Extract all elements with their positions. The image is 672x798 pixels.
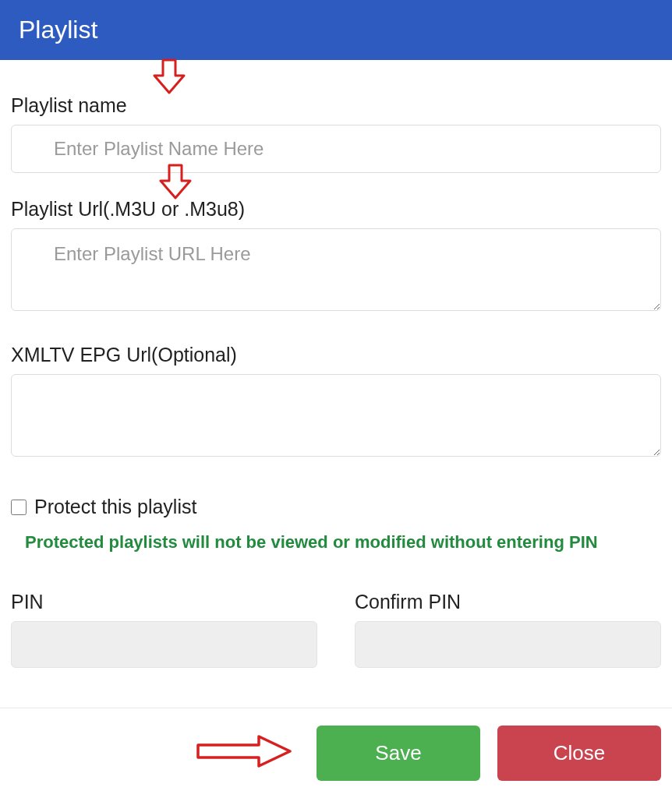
pin-group: PIN: [11, 591, 317, 668]
close-button[interactable]: Close: [497, 726, 661, 781]
epg-url-group: XMLTV EPG Url(Optional): [11, 344, 661, 460]
epg-url-input[interactable]: [11, 374, 661, 457]
protect-checkbox[interactable]: [11, 500, 27, 515]
save-button[interactable]: Save: [317, 726, 480, 781]
epg-url-label: XMLTV EPG Url(Optional): [11, 344, 661, 366]
playlist-url-input[interactable]: [11, 228, 661, 311]
pin-row: PIN Confirm PIN: [11, 591, 661, 668]
confirm-pin-input[interactable]: [355, 621, 661, 668]
playlist-name-input[interactable]: [11, 125, 661, 173]
playlist-url-group: Playlist Url(.M3U or .M3u8): [11, 198, 661, 314]
protect-checkbox-label: Protect this playlist: [34, 496, 196, 518]
annotation-arrow-right-icon: [193, 732, 295, 771]
playlist-name-label: Playlist name: [11, 94, 661, 117]
annotation-arrow-down-icon: [156, 162, 195, 201]
protect-checkbox-row: Protect this playlist: [11, 496, 661, 518]
confirm-pin-group: Confirm PIN: [355, 591, 661, 668]
annotation-arrow-down-icon: [150, 57, 189, 96]
dialog-header: Playlist: [0, 0, 672, 60]
protect-hint-text: Protected playlists will not be viewed o…: [11, 529, 661, 555]
dialog-content: Playlist name Playlist Url(.M3U or .M3u8…: [0, 94, 672, 668]
playlist-url-label: Playlist Url(.M3U or .M3u8): [11, 198, 661, 221]
dialog-title: Playlist: [19, 16, 97, 44]
playlist-name-group: Playlist name: [11, 94, 661, 173]
pin-label: PIN: [11, 591, 317, 613]
pin-input[interactable]: [11, 621, 317, 668]
confirm-pin-label: Confirm PIN: [355, 591, 661, 613]
dialog-footer: Save Close: [0, 708, 672, 798]
